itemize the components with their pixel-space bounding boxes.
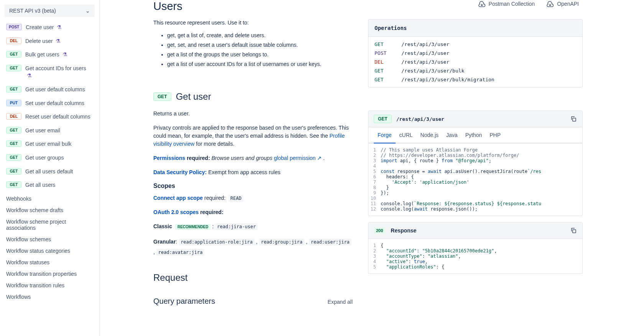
flask-icon: ⚗ (62, 51, 67, 58)
global-permission-link[interactable]: global permission ↗ (274, 155, 322, 161)
sidebar-item[interactable]: Webhooks (5, 193, 95, 204)
method-badge: GET (6, 86, 21, 92)
method-badge: GET (6, 181, 21, 188)
op-path: /rest/api/3/user (401, 41, 449, 47)
nav-label: Get user email (25, 127, 60, 135)
sidebar-item[interactable]: Workflow schemes (5, 234, 95, 245)
nav-label: Get user groups (25, 154, 64, 162)
op-method: POST (375, 50, 390, 56)
sidebar-item[interactable]: GETGet account IDs for users ⚗ (5, 63, 95, 82)
method-badge: GET (6, 51, 21, 58)
sidebar: REST API v3 (beta) ⌄ POSTCreate user ⚗DE… (0, 0, 100, 336)
sidebar-item[interactable]: POSTCreate user ⚗ (5, 21, 95, 34)
endpoint-method-badge: GET (153, 92, 171, 101)
copy-icon[interactable] (570, 115, 577, 122)
sidebar-item[interactable]: Workflows (5, 291, 95, 303)
op-method: GET (375, 77, 390, 82)
connect-scope-link[interactable]: Connect app scope (153, 195, 203, 201)
operations-header: Operations (368, 20, 582, 37)
operation-row[interactable]: DEL/rest/api/3/user (375, 58, 576, 66)
copy-icon[interactable] (570, 227, 577, 234)
method-badge: DEL (6, 113, 21, 120)
sample-path: /rest/api/3/user (396, 116, 565, 122)
postman-collection-button[interactable]: Postman Collection (478, 0, 535, 8)
intro-text: This resource represent users. Use it to… (153, 19, 353, 27)
query-params-heading: Query parameters (153, 297, 215, 306)
cloud-download-icon (478, 0, 486, 8)
api-version-label: REST API v3 (beta) (9, 8, 56, 14)
operations-panel: Operations GET/rest/api/3/userPOST/rest/… (368, 19, 583, 87)
oauth-scopes-link[interactable]: OAuth 2.0 scopes (153, 209, 199, 215)
operation-row[interactable]: POST/rest/api/3/user (375, 49, 576, 58)
permissions-link[interactable]: Permissions (153, 155, 185, 161)
sidebar-item[interactable]: Workflow transition rules (5, 280, 95, 291)
code-tab[interactable]: Forge (374, 127, 396, 143)
request-heading: Request (153, 272, 353, 283)
code-tab[interactable]: cURL (396, 127, 417, 143)
sidebar-item[interactable]: GETGet user email (5, 125, 95, 137)
sidebar-item[interactable]: GETGet all users default (5, 166, 95, 178)
sidebar-item[interactable]: Workflow statuses (5, 257, 95, 268)
sidebar-item[interactable]: PUTSet user default columns (5, 97, 95, 110)
svg-rect-1 (573, 230, 576, 233)
intro-bullets: get, get a list of, create, and delete u… (167, 31, 353, 68)
op-path: /rest/api/3/user (401, 59, 449, 65)
code-tab[interactable]: Node.js (417, 127, 442, 143)
sidebar-item[interactable]: Workflow status categories (5, 245, 95, 257)
method-badge: GET (6, 127, 21, 133)
nav-label: Delete user ⚗ (25, 38, 61, 45)
operation-row[interactable]: GET/rest/api/3/user/bulk (375, 66, 576, 75)
sidebar-item[interactable]: Workflow scheme project associations (5, 216, 95, 234)
connect-scope-line: Connect app scope required: READ (153, 194, 353, 202)
dsp-line: Data Security Policy: Exempt from app ac… (153, 168, 353, 176)
endpoint-desc: Returns a user. (153, 110, 353, 118)
recommended-badge: RECOMMENDED (175, 224, 211, 230)
openapi-button[interactable]: OpenAPI (546, 0, 579, 8)
cloud-download-icon (546, 0, 554, 8)
endpoint-heading: GET Get user (153, 91, 353, 102)
oauth-scope-line: OAuth 2.0 scopes required: (153, 208, 353, 216)
operation-row[interactable]: GET/rest/api/3/user (375, 40, 576, 49)
sidebar-item[interactable]: DELReset user default columns (5, 111, 95, 123)
method-badge: GET (6, 65, 21, 71)
code-tab[interactable]: Python (462, 127, 486, 143)
method-badge: PUT (6, 100, 21, 106)
nav-label: Get all users default (25, 168, 73, 176)
op-method: GET (375, 41, 390, 47)
privacy-note: Privacy controls are applied to the resp… (153, 124, 353, 148)
page-title: Users (153, 0, 353, 13)
sidebar-item[interactable]: Workflow transition properties (5, 268, 95, 280)
sidebar-item[interactable]: GETGet user email bulk (5, 138, 95, 150)
flask-icon: ⚗ (27, 72, 32, 79)
sidebar-item[interactable]: GETGet user groups (5, 152, 95, 164)
op-path: /rest/api/3/user/bulk (401, 68, 464, 74)
operation-row[interactable]: GET/rest/api/3/user/bulk/migration (375, 75, 576, 84)
sidebar-item[interactable]: GETBulk get users ⚗ (5, 49, 95, 61)
status-badge: 200 (374, 227, 385, 234)
op-path: /rest/api/3/user (401, 50, 449, 56)
dsp-link[interactable]: Data Security Policy: (153, 169, 207, 175)
code-tabs: ForgecURLNode.jsJavaPythonPHP (368, 127, 582, 143)
code-tab[interactable]: Java (442, 127, 462, 143)
sample-method-badge: GET (374, 115, 392, 123)
op-method: GET (375, 68, 390, 74)
code-sample: 1// This sample uses Atlassian Forge 2//… (368, 143, 582, 216)
nav-label: Bulk get users ⚗ (25, 51, 67, 59)
nav-label: Get account IDs for users ⚗ (25, 65, 93, 80)
connect-scope-code: READ (228, 195, 243, 202)
sidebar-item[interactable]: GETGet user default columns (5, 84, 95, 96)
permissions-line: Permissions required: Browse users and g… (153, 154, 353, 162)
sidebar-item[interactable]: GETGet all users (5, 179, 95, 191)
granular-scope-line: Granular: read:application-role:jira , r… (153, 237, 353, 257)
chevron-down-icon: ⌄ (85, 8, 90, 14)
sidebar-item[interactable]: DELDelete user ⚗ (5, 35, 95, 48)
flask-icon: ⚗ (57, 24, 62, 30)
response-sample: 1{ 2 "accountId": "5b10a2844c20165700ede… (368, 239, 582, 273)
scopes-heading: Scopes (153, 183, 353, 189)
code-tab[interactable]: PHP (486, 127, 504, 143)
api-version-dropdown[interactable]: REST API v3 (beta) ⌄ (5, 5, 95, 17)
op-method: DEL (375, 59, 390, 65)
sidebar-item[interactable]: Workflow scheme drafts (5, 204, 95, 216)
method-badge: GET (6, 154, 21, 161)
expand-all-button[interactable]: Expand all (328, 299, 353, 305)
